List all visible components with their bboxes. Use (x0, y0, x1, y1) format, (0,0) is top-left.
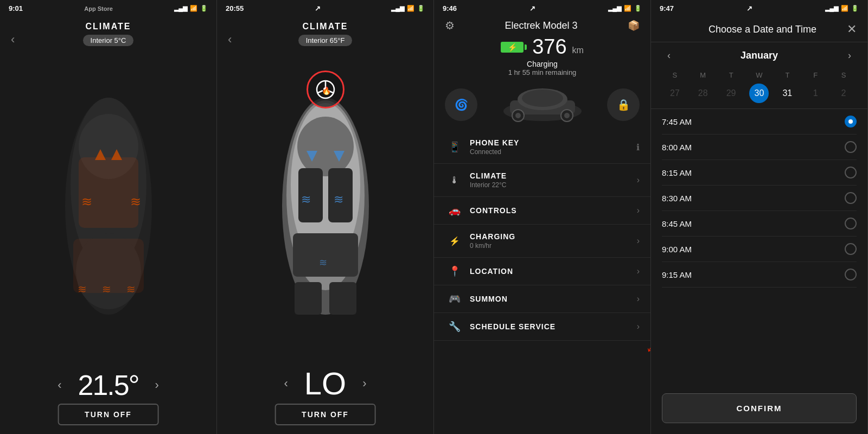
back-button-p1[interactable]: ‹ (11, 33, 15, 47)
battery-section: ⚡ 376 km (434, 32, 650, 59)
svg-point-38 (515, 113, 521, 118)
time-slot-915[interactable]: 9:15 AM (662, 262, 857, 288)
time-slot-745[interactable]: 7:45 AM (662, 109, 857, 135)
battery-tip (525, 44, 527, 50)
cal-day-2[interactable]: 2 (834, 84, 853, 103)
time-slot-800[interactable]: 8:00 AM (662, 135, 857, 160)
cal-day-31[interactable]: 31 (777, 84, 797, 103)
battery-icon-p2: 🔋 (417, 5, 425, 12)
time-p2: 20:55 (226, 4, 244, 12)
wifi-p3: 📶 (624, 5, 631, 12)
cal-day-28[interactable]: 28 (693, 84, 713, 103)
charging-icon: ⚡ (445, 236, 464, 246)
charging-time: 1 hr 55 min remaining (434, 68, 650, 76)
time-list: 7:45 AM 8:00 AM 8:15 AM 8:30 AM 8:45 AM … (651, 109, 867, 388)
fan-icon-btn[interactable]: 🌀 (445, 88, 477, 121)
menu-item-controls[interactable]: 🚗 CONTROLS › (434, 197, 650, 225)
time-arrow-p4: ↗ (746, 4, 752, 12)
svg-text:🔥: 🔥 (322, 86, 331, 95)
turn-off-btn-p2[interactable]: TURN OFF (275, 404, 376, 425)
phone-key-content: PHONE KEY Connected (470, 138, 636, 156)
cal-day-30[interactable]: 30 (749, 84, 769, 103)
svg-point-40 (564, 113, 570, 118)
signal-icon-p1: ▂▄▆ (174, 5, 187, 12)
steering-heat-icon[interactable]: 🔥 (307, 71, 344, 108)
time-label-845: 8:45 AM (662, 219, 692, 228)
calendar-month-row: ‹ January › (662, 48, 857, 63)
panel-climate-cool: 20:55 ↗ ▂▄▆ 📶 🔋 ‹ CLIMATE Interior 65°F … (217, 0, 434, 434)
red-arrow-indicator: ↓ (643, 335, 650, 357)
battery-km: 376 (532, 35, 566, 59)
battery-body: ⚡ (501, 42, 524, 53)
radio-815[interactable] (845, 167, 857, 178)
cal-day-27[interactable]: 27 (665, 84, 685, 103)
charging-section: Charging 1 hr 55 min remaining (434, 59, 650, 79)
time-slot-815[interactable]: 8:15 AM (662, 160, 857, 186)
time-slot-845[interactable]: 8:45 AM (662, 211, 857, 237)
schedule-title: SCHEDULE SERVICE (470, 322, 637, 331)
time-label-830: 8:30 AM (662, 194, 692, 203)
svg-text:≋: ≋ (102, 283, 111, 295)
next-temp-p1[interactable]: › (155, 378, 159, 392)
prev-month-btn[interactable]: ‹ (662, 48, 676, 63)
box-icon[interactable]: 📦 (628, 20, 640, 31)
temp-control-p1: ‹ 21.5° › (0, 369, 216, 401)
menu-item-summon[interactable]: 🎮 SUMMON › (434, 285, 650, 313)
status-bar-p1: 9:01 App Store ▂▄▆ 📶 🔋 (0, 0, 216, 15)
radio-900[interactable] (845, 243, 857, 255)
bolt-icon: ⚡ (508, 43, 517, 52)
gear-icon[interactable]: ⚙ (445, 19, 455, 32)
menu-item-charging[interactable]: ⚡ CHARGING 0 km/hr › (434, 225, 650, 258)
svg-text:≋: ≋ (319, 257, 327, 268)
confirm-button[interactable]: CONFIRM (662, 393, 857, 423)
radio-915[interactable] (845, 269, 857, 280)
charging-title: CHARGING (470, 232, 637, 241)
time-slot-830[interactable]: 8:30 AM (662, 186, 857, 211)
next-temp-p2[interactable]: › (362, 376, 366, 391)
radio-745[interactable] (845, 116, 857, 127)
signal-p3: ▂▄▆ (608, 5, 621, 12)
wifi-icon-p2: 📶 (407, 5, 414, 12)
cal-day-29[interactable]: 29 (722, 84, 741, 103)
day-header-wed: W (746, 69, 773, 81)
climate-temp-badge-p2: Interior 65°F (298, 35, 353, 46)
status-icons-p1: ▂▄▆ 📶 🔋 (174, 5, 208, 12)
radio-830[interactable] (845, 192, 857, 204)
menu-item-schedule-service[interactable]: 🔧 SCHEDULE SERVICE › ↓ (434, 313, 650, 341)
climate-sub: Interior 22°C (470, 181, 637, 189)
lock-icon-btn[interactable]: 🔒 (607, 88, 640, 121)
month-label: January (741, 50, 778, 61)
menu-list: 📱 PHONE KEY Connected ℹ 🌡 CLIMATE Interi… (434, 131, 650, 434)
model3-title: Electrek Model 3 (455, 20, 628, 31)
time-slot-900[interactable]: 9:00 AM (662, 237, 857, 262)
battery-p3: 🔋 (634, 5, 642, 12)
prev-temp-p2[interactable]: ‹ (284, 376, 288, 391)
schedule-chevron: › (637, 322, 640, 331)
controls-title: CONTROLS (470, 206, 637, 215)
climate-temp-badge-p1: Interior 5°C (83, 35, 134, 46)
next-month-btn[interactable]: › (843, 48, 857, 63)
status-bar-p2: 20:55 ↗ ▂▄▆ 📶 🔋 (217, 0, 433, 15)
back-button-p2[interactable]: ‹ (228, 33, 232, 47)
schedule-content: SCHEDULE SERVICE (470, 322, 637, 331)
prev-temp-p1[interactable]: ‹ (58, 378, 61, 392)
time-label-815: 8:15 AM (662, 168, 692, 177)
day-header-fri: F (802, 69, 828, 81)
phone-key-info-icon[interactable]: ℹ (636, 142, 640, 152)
radio-800[interactable] (845, 141, 857, 153)
time-p4: 9:47 (660, 4, 674, 12)
time-arrow-p2: ↗ (315, 4, 321, 12)
phone-key-title: PHONE KEY (470, 138, 636, 147)
climate-header-p2: CLIMATE Interior 65°F (217, 22, 433, 46)
battery-unit: km (572, 46, 584, 59)
radio-845[interactable] (845, 218, 857, 229)
menu-item-climate[interactable]: 🌡 CLIMATE Interior 22°C › (434, 164, 650, 197)
charging-sub: 0 km/hr (470, 242, 637, 250)
close-button[interactable]: ✕ (847, 22, 857, 36)
cal-day-1[interactable]: 1 (806, 84, 825, 103)
climate-menu-title: CLIMATE (470, 171, 637, 180)
phone-key-sub: Connected (470, 148, 636, 156)
menu-item-phone-key[interactable]: 📱 PHONE KEY Connected ℹ (434, 131, 650, 164)
turn-off-btn-p1[interactable]: TURN OFF (58, 404, 159, 425)
menu-item-location[interactable]: 📍 LOCATION › (434, 258, 650, 285)
